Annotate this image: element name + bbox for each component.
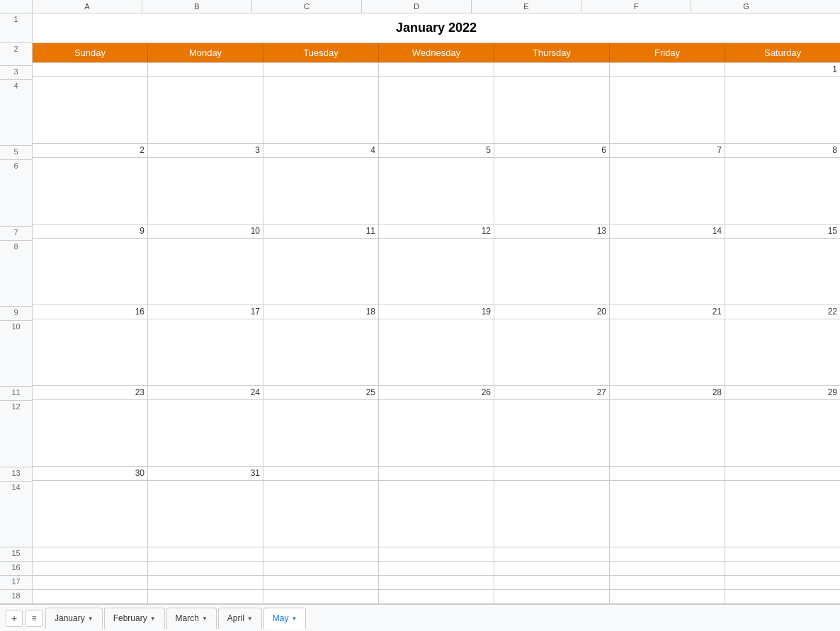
week-5-day-6-content[interactable] xyxy=(610,400,725,466)
week-2-day-7-content[interactable] xyxy=(725,158,840,224)
week-3-day-2-date[interactable]: 10 xyxy=(148,224,263,238)
week-3-day-1-date[interactable]: 9 xyxy=(33,224,148,238)
week-2-day-4-date[interactable]: 5 xyxy=(379,144,494,157)
week-3-day-6-date[interactable]: 14 xyxy=(610,224,725,238)
week-2-day-6-content[interactable] xyxy=(610,158,725,224)
col-header-a[interactable]: A xyxy=(33,0,142,13)
column-headers-row: A B C D E F G xyxy=(0,0,840,13)
week-6-day-4-content[interactable] xyxy=(379,481,494,547)
week-3-day-4-date[interactable]: 12 xyxy=(379,224,494,238)
week-1-day-1-date[interactable] xyxy=(33,63,148,76)
week-5-day-2-date[interactable]: 24 xyxy=(148,386,263,399)
week-3-day-5-content[interactable] xyxy=(494,239,610,305)
col-header-e[interactable]: E xyxy=(472,0,581,13)
week-5-day-7-date[interactable]: 29 xyxy=(725,386,840,399)
week-3-day-3-content[interactable] xyxy=(263,239,379,305)
tab-april[interactable]: April ▼ xyxy=(218,608,262,629)
week-6-day-3-content[interactable] xyxy=(263,481,379,547)
week-4-day-1-date[interactable]: 16 xyxy=(33,305,148,319)
week-1-day-2-date[interactable] xyxy=(148,63,263,76)
week-3-day-4-content[interactable] xyxy=(379,239,494,305)
week-3-day-7-content[interactable] xyxy=(725,239,840,305)
calendar-grid: January 2022 Sunday Monday Tuesday Wedne… xyxy=(33,13,840,604)
week-3-day-1-content[interactable] xyxy=(33,239,148,305)
week-5-day-3-content[interactable] xyxy=(263,400,379,466)
week-6-day-5-date[interactable] xyxy=(494,467,610,480)
all-sheets-button[interactable]: ≡ xyxy=(25,610,42,627)
week-1-day-7-content[interactable] xyxy=(725,77,840,143)
week-6-day-2-content[interactable] xyxy=(148,481,263,547)
week-5-day-7-content[interactable] xyxy=(725,400,840,466)
week-2-day-1-content[interactable] xyxy=(33,158,148,224)
week-6-day-1-date[interactable]: 30 xyxy=(33,467,148,480)
week-2-day-1-date[interactable]: 2 xyxy=(33,144,148,157)
week-6-day-4-date[interactable] xyxy=(379,467,494,480)
week-6-day-7-date[interactable] xyxy=(725,467,840,480)
col-header-c[interactable]: C xyxy=(252,0,362,13)
week-1-day-5-date[interactable] xyxy=(494,63,610,76)
week-5-day-4-date[interactable]: 26 xyxy=(379,386,494,399)
week-6-day-2-date[interactable]: 31 xyxy=(148,467,263,480)
week-2-day-5-content[interactable] xyxy=(494,158,610,224)
week-1-day-3-date[interactable] xyxy=(263,63,379,76)
week-5-day-1-date[interactable]: 23 xyxy=(33,386,148,399)
week-2-day-6-date[interactable]: 7 xyxy=(610,144,725,157)
week-4-day-2-date[interactable]: 17 xyxy=(148,305,263,319)
col-header-g[interactable]: G xyxy=(691,0,801,13)
tab-may[interactable]: May ▼ xyxy=(263,608,307,629)
week-2-day-2-date[interactable]: 3 xyxy=(148,144,263,157)
week-1-day-6-date[interactable] xyxy=(610,63,725,76)
week-5-day-5-date[interactable]: 27 xyxy=(494,386,610,399)
week-4-day-3-content[interactable] xyxy=(263,319,379,385)
col-header-b[interactable]: B xyxy=(142,0,252,13)
tab-march[interactable]: March ▼ xyxy=(166,608,217,629)
week-1-day-7-date[interactable]: 1 xyxy=(725,63,840,76)
tab-january[interactable]: January ▼ xyxy=(45,608,103,629)
week-6-day-6-content[interactable] xyxy=(610,481,725,547)
week-1-day-2-content[interactable] xyxy=(148,77,263,143)
week-1-day-1-content[interactable] xyxy=(33,77,148,143)
week-6-day-1-content[interactable] xyxy=(33,481,148,547)
week-4-day-7-date[interactable]: 22 xyxy=(725,305,840,319)
week-4-day-6-date[interactable]: 21 xyxy=(610,305,725,319)
week-5-day-2-content[interactable] xyxy=(148,400,263,466)
week-3-day-5-date[interactable]: 13 xyxy=(494,224,610,238)
week-2-day-3-date[interactable]: 4 xyxy=(263,144,379,157)
week-1-day-5-content[interactable] xyxy=(494,77,610,143)
week-4-day-3-date[interactable]: 18 xyxy=(263,305,379,319)
week-5-day-3-date[interactable]: 25 xyxy=(263,386,379,399)
week-5-day-5-content[interactable] xyxy=(494,400,610,466)
week-6-day-7-content[interactable] xyxy=(725,481,840,547)
week-4-day-5-date[interactable]: 20 xyxy=(494,305,610,319)
col-header-d[interactable]: D xyxy=(362,0,472,13)
week-1-day-4-date[interactable] xyxy=(379,63,494,76)
week-1-day-6-content[interactable] xyxy=(610,77,725,143)
week-5-day-4-content[interactable] xyxy=(379,400,494,466)
week-6-day-6-date[interactable] xyxy=(610,467,725,480)
week-3-day-3-date[interactable]: 11 xyxy=(263,224,379,238)
week-2-day-5-date[interactable]: 6 xyxy=(494,144,610,157)
week-2-day-2-content[interactable] xyxy=(148,158,263,224)
week-1-day-4-content[interactable] xyxy=(379,77,494,143)
week-3-day-7-date[interactable]: 15 xyxy=(725,224,840,238)
week-6-day-5-content[interactable] xyxy=(494,481,610,547)
week-4-day-6-content[interactable] xyxy=(610,319,725,385)
week-4-day-5-content[interactable] xyxy=(494,319,610,385)
week-3-day-2-content[interactable] xyxy=(148,239,263,305)
week-6-day-3-date[interactable] xyxy=(263,467,379,480)
week-5-day-6-date[interactable]: 28 xyxy=(610,386,725,399)
week-4-day-4-date[interactable]: 19 xyxy=(379,305,494,319)
week-1-day-3-content[interactable] xyxy=(263,77,379,143)
week-4-day-2-content[interactable] xyxy=(148,319,263,385)
week-4-day-7-content[interactable] xyxy=(725,319,840,385)
tab-february[interactable]: February ▼ xyxy=(104,608,165,629)
week-2-day-4-content[interactable] xyxy=(379,158,494,224)
week-4-day-4-content[interactable] xyxy=(379,319,494,385)
week-4-day-1-content[interactable] xyxy=(33,319,148,385)
col-header-f[interactable]: F xyxy=(581,0,691,13)
add-sheet-button[interactable]: + xyxy=(6,610,23,627)
week-2-day-7-date[interactable]: 8 xyxy=(725,144,840,157)
week-5-day-1-content[interactable] xyxy=(33,400,148,466)
week-2-day-3-content[interactable] xyxy=(263,158,379,224)
week-3-day-6-content[interactable] xyxy=(610,239,725,305)
